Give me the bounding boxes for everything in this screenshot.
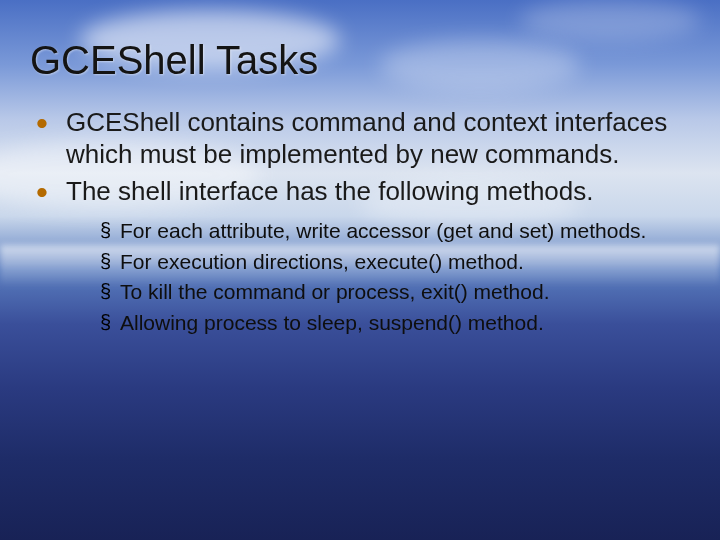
sub-bullet-item: For execution directions, execute() meth… [100,249,690,275]
sub-bullet-text: For execution directions, execute() meth… [120,250,524,273]
sub-bullet-text: To kill the command or process, exit() m… [120,280,550,303]
slide-title: GCEShell Tasks [30,38,690,83]
sub-bullet-list: For each attribute, write accessor (get … [66,218,690,336]
sub-bullet-text: For each attribute, write accessor (get … [120,219,646,242]
bullet-item: GCEShell contains command and context in… [36,107,690,170]
sub-bullet-item: For each attribute, write accessor (get … [100,218,690,244]
sub-bullet-text: Allowing process to sleep, suspend() met… [120,311,544,334]
bullet-list: GCEShell contains command and context in… [30,107,690,336]
sub-bullet-item: Allowing process to sleep, suspend() met… [100,310,690,336]
bullet-text: The shell interface has the following me… [66,176,594,206]
slide-content: GCEShell Tasks GCEShell contains command… [0,0,720,336]
bullet-item: The shell interface has the following me… [36,176,690,336]
sub-bullet-item: To kill the command or process, exit() m… [100,279,690,305]
slide: GCEShell Tasks GCEShell contains command… [0,0,720,540]
bullet-text: GCEShell contains command and context in… [66,107,667,169]
